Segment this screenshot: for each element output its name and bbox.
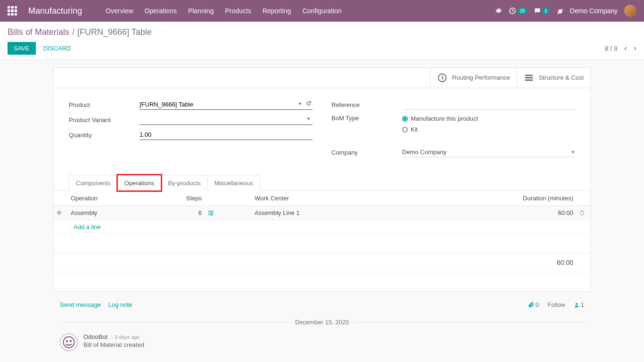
add-line-link[interactable]: Add a line: [71, 220, 104, 234]
svg-rect-10: [210, 214, 214, 215]
discard-button[interactable]: DISCARD: [40, 42, 75, 54]
dropdown-icon[interactable]: ▼: [298, 101, 302, 106]
col-steps: Steps: [167, 191, 205, 206]
chatter-message: OdooBot - 3 days ago Bill of Material cr…: [60, 330, 584, 354]
breadcrumb-separator: /: [72, 27, 74, 37]
bars-icon: [524, 73, 534, 83]
pager: 8 / 9 ‹ ›: [605, 43, 636, 53]
form-sheet: Routing Performance Structure & Cost Pro…: [53, 67, 591, 292]
messaging-badge: 5: [542, 8, 550, 14]
tab-operations[interactable]: Operations: [117, 175, 162, 191]
svg-rect-2: [525, 75, 533, 76]
breadcrumb: Bills of Materials / [FURN_9666] Table: [8, 27, 636, 37]
company-switcher[interactable]: Demo Company: [570, 7, 618, 15]
external-link-icon[interactable]: [306, 100, 312, 106]
col-duration: Duration (minutes): [405, 191, 576, 206]
quantity-label: Quantity: [69, 132, 140, 139]
bomtype-manufacture-radio[interactable]: Manufacture this product: [402, 115, 575, 122]
main-menu: Overview Operations Planning Products Re…: [101, 1, 347, 20]
company-select[interactable]: Demo Company ▼: [402, 147, 575, 157]
bomtype-label: BoM Type: [331, 115, 402, 122]
notebook-tabs: Components Operations By-products Miscel…: [69, 174, 575, 190]
delete-row-icon[interactable]: [579, 210, 587, 216]
attachments-button[interactable]: 0: [528, 301, 539, 308]
tab-byproducts[interactable]: By-products: [161, 175, 207, 191]
menu-reporting[interactable]: Reporting: [258, 1, 296, 20]
follow-button[interactable]: Follow: [547, 301, 565, 308]
routing-performance-button[interactable]: Routing Performance: [430, 68, 517, 88]
message-content: Bill of Material created: [83, 341, 144, 348]
reference-label: Reference: [331, 101, 402, 108]
activity-icon[interactable]: 39: [509, 7, 527, 15]
svg-rect-5: [208, 211, 209, 212]
operations-pane: Operation Steps Work Center Duration (mi…: [54, 190, 590, 291]
menu-configuration[interactable]: Configuration: [297, 1, 346, 20]
chatter-date: December 15, 2020: [290, 319, 354, 326]
tab-components[interactable]: Components: [69, 175, 118, 191]
bot-avatar-icon: [60, 333, 78, 351]
col-operation: Operation: [68, 191, 167, 206]
pager-prev[interactable]: ‹: [624, 43, 627, 53]
breadcrumb-current: [FURN_9666] Table: [77, 27, 152, 37]
svg-point-12: [63, 337, 74, 347]
followers-button[interactable]: 1: [574, 301, 584, 308]
send-message-button[interactable]: Send message: [60, 301, 101, 308]
svg-rect-4: [525, 80, 533, 81]
menu-planning[interactable]: Planning: [183, 1, 219, 20]
steps-list-icon[interactable]: [207, 210, 221, 216]
activity-badge: 39: [517, 8, 527, 14]
log-note-button[interactable]: Log note: [108, 301, 132, 308]
control-bar: Bills of Materials / [FURN_9666] Table S…: [0, 22, 644, 60]
messaging-icon[interactable]: 5: [534, 7, 550, 15]
breadcrumb-root[interactable]: Bills of Materials: [8, 27, 69, 37]
user-avatar[interactable]: [624, 5, 636, 17]
svg-rect-3: [525, 77, 533, 79]
svg-point-14: [70, 341, 71, 342]
duration-total: 60:00: [405, 253, 576, 272]
svg-rect-6: [210, 211, 214, 212]
reference-input[interactable]: [402, 99, 575, 110]
operation-row[interactable]: ✥ Assembly 6 Assembly Line 1 60:00: [54, 206, 590, 220]
bug-icon[interactable]: [495, 8, 502, 15]
product-label: Product: [69, 101, 140, 108]
tab-miscellaneous[interactable]: Miscellaneous: [207, 175, 260, 191]
variant-input[interactable]: [140, 115, 313, 125]
bomtype-kit-radio[interactable]: Kit: [402, 126, 575, 133]
save-button[interactable]: SAVE: [8, 42, 36, 55]
structure-cost-button[interactable]: Structure & Cost: [517, 68, 590, 88]
app-brand[interactable]: Manufacturing: [28, 6, 82, 16]
menu-overview[interactable]: Overview: [101, 1, 138, 20]
quantity-input[interactable]: [140, 130, 313, 140]
svg-point-13: [66, 341, 67, 342]
company-label: Company: [331, 149, 402, 156]
menu-products[interactable]: Products: [220, 1, 256, 20]
product-input[interactable]: [140, 99, 313, 110]
pager-text[interactable]: 8 / 9: [605, 45, 618, 52]
settings-icon[interactable]: [556, 8, 563, 15]
svg-rect-8: [210, 213, 214, 214]
clock-icon: [437, 73, 447, 83]
apps-icon[interactable]: [8, 6, 17, 16]
chatter: Send message Log note 0 Follow 1 Decembe…: [53, 292, 591, 354]
svg-rect-7: [208, 213, 209, 214]
message-time: - 3 days ago: [111, 334, 140, 340]
svg-point-11: [576, 303, 578, 305]
col-workcenter: Work Center: [252, 191, 405, 206]
menu-operations[interactable]: Operations: [140, 1, 181, 20]
dropdown-icon: ▼: [571, 150, 575, 155]
top-navbar: Manufacturing Overview Operations Planni…: [0, 0, 644, 22]
drag-handle-icon[interactable]: ✥: [57, 209, 62, 216]
message-author: OdooBot: [83, 333, 107, 340]
dropdown-icon[interactable]: ▼: [306, 116, 311, 121]
variant-label: Product Variant: [69, 116, 140, 123]
svg-rect-9: [208, 214, 209, 215]
pager-next[interactable]: ›: [634, 43, 636, 53]
